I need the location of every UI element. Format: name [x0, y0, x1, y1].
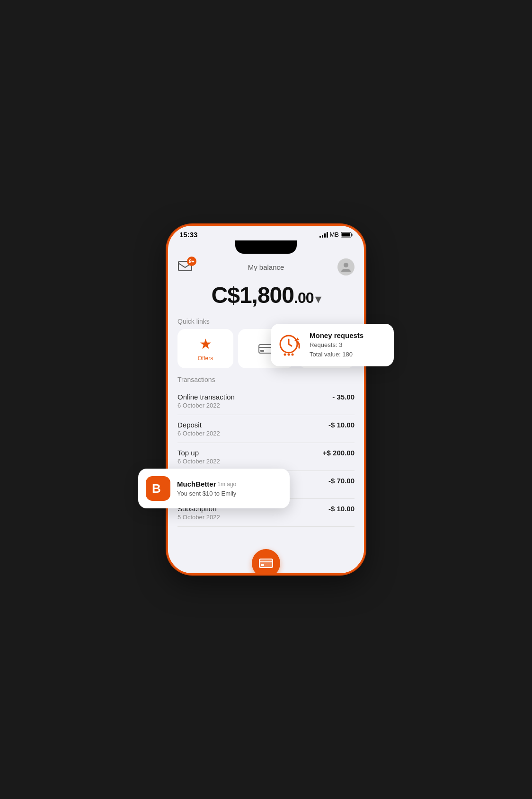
status-bar: 15:33 MB [168, 226, 364, 240]
money-requests-info: Money requests Requests: 3 Total value: … [310, 331, 364, 359]
star-icon: ★ [199, 336, 212, 352]
fab-wrap [168, 542, 364, 575]
transaction-item-topup[interactable]: Top up 6 October 2022 +$ 200.00 [177, 443, 355, 471]
notification-time: 1m ago [217, 481, 236, 488]
app-header: 9+ My balance [168, 254, 364, 278]
svg-point-20 [292, 354, 294, 356]
svg-rect-13 [259, 559, 273, 568]
signal-icon [319, 232, 328, 238]
notification-badge: 9+ [187, 257, 196, 266]
svg-rect-16 [261, 564, 264, 566]
notification-content: MuchBetter 1m ago You sent $10 to Emily [177, 480, 236, 497]
requests-count: Requests: 3 [310, 341, 342, 348]
svg-rect-7 [260, 350, 264, 352]
balance-display: C$1,800.00▾ [177, 282, 355, 308]
transaction-name-deposit: Deposit [177, 421, 220, 429]
muchbetter-app-icon: B [146, 476, 170, 501]
transaction-name-topup: Top up [177, 449, 220, 457]
scene: 15:33 MB [143, 215, 389, 584]
transactions-label: Transactions [177, 372, 355, 383]
mail-button[interactable]: 9+ [177, 258, 195, 275]
notification-popup[interactable]: B MuchBetter 1m ago You sent $10 to Emil… [138, 469, 290, 508]
quick-link-offers[interactable]: ★ Offers [177, 329, 233, 368]
transaction-date-deposit: 6 October 2022 [177, 430, 220, 437]
offers-label: Offers [198, 355, 213, 362]
transaction-item-online[interactable]: Online transaction 6 October 2022 - 35.0… [177, 387, 355, 415]
notch [235, 240, 297, 254]
status-time: 15:33 [179, 231, 197, 239]
battery-icon [341, 232, 353, 238]
notification-message: You sent $10 to Emily [177, 490, 236, 497]
money-requests-icon [278, 333, 303, 357]
balance-cents: .00 [294, 289, 313, 306]
balance-currency: C$ [212, 283, 239, 308]
header-title: My balance [248, 263, 284, 271]
notification-app-name: MuchBetter [177, 480, 216, 488]
transactions-section: Transactions Online transaction 6 Octobe… [168, 372, 364, 542]
transaction-name-online: Online transaction [177, 393, 235, 401]
transaction-amount-deposit: -$ 10.00 [328, 421, 355, 429]
phone-shell: 15:33 MB [167, 224, 365, 575]
balance-dropdown-icon[interactable]: ▾ [315, 293, 320, 305]
transaction-amount-subscription: -$ 10.00 [328, 505, 355, 513]
transaction-date-topup: 6 October 2022 [177, 458, 220, 465]
money-requests-popup[interactable]: Money requests Requests: 3 Total value: … [271, 324, 394, 366]
svg-text:B: B [152, 481, 161, 496]
transaction-date-online: 6 October 2022 [177, 402, 235, 409]
balance-section: C$1,800.00▾ [168, 278, 364, 316]
svg-point-4 [344, 263, 348, 267]
money-requests-details: Requests: 3 Total value: 180 [310, 340, 364, 359]
carrier-label: MB [330, 231, 339, 238]
b-logo-icon: B [150, 480, 166, 497]
svg-point-18 [284, 354, 286, 356]
svg-rect-1 [352, 233, 353, 236]
transaction-date-subscription: 5 October 2022 [177, 514, 220, 521]
avatar-icon [339, 260, 353, 274]
notification-header: MuchBetter 1m ago [177, 480, 236, 488]
transaction-item-deposit[interactable]: Deposit 6 October 2022 -$ 10.00 [177, 415, 355, 443]
send-money-icon [259, 556, 273, 570]
money-requests-title: Money requests [310, 331, 364, 339]
transaction-amount-topup: +$ 200.00 [323, 449, 355, 457]
total-value: Total value: 180 [310, 351, 353, 358]
svg-rect-2 [342, 233, 350, 236]
avatar-button[interactable] [337, 258, 355, 275]
status-icons: MB [319, 231, 353, 238]
svg-point-19 [288, 354, 290, 356]
fab-send-money[interactable] [252, 549, 280, 575]
transaction-amount-online: - 35.00 [332, 393, 355, 401]
balance-whole: 1,800 [239, 283, 294, 308]
transaction-amount-withdrawal: -$ 70.00 [328, 477, 355, 485]
